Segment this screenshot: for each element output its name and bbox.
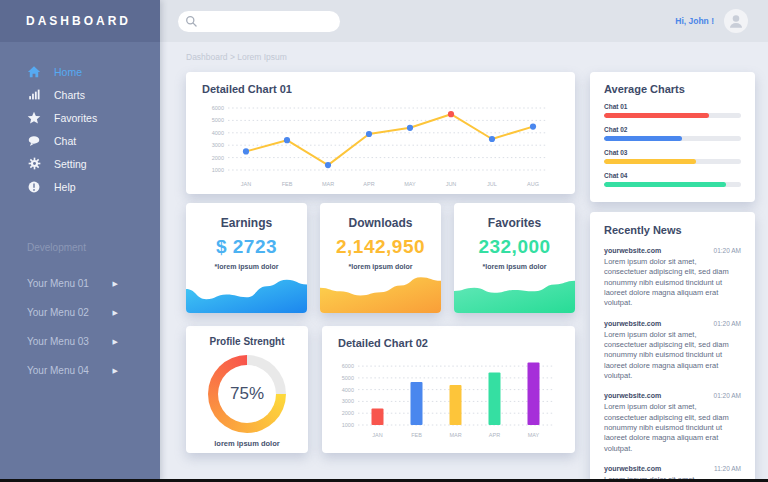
- average-charts-card: Average Charts Chat 01 Chat 02 Chat 03 C…: [590, 72, 755, 202]
- sidebar-item-label: Charts: [54, 89, 85, 101]
- topbar: Hi, John !: [160, 0, 768, 42]
- news-text: Lorem ipsum dolor sit amet, consectetuer…: [604, 402, 741, 454]
- panel-title: Recently News: [604, 224, 741, 236]
- sidebar-item-help[interactable]: Help: [0, 175, 160, 198]
- sidebar-item-label: Your Menu 02: [27, 307, 89, 318]
- stat-title: Downloads: [320, 216, 441, 230]
- sidebar-item-home[interactable]: Home: [0, 60, 160, 83]
- average-chart-row: Chat 01: [604, 103, 741, 118]
- chat-bubble-icon: [27, 134, 41, 148]
- stats-row: Earnings $ 2723 *lorem ipsum dolor Downl…: [186, 203, 575, 313]
- arrow-right-icon: ▶: [113, 367, 118, 374]
- svg-text:3000: 3000: [212, 142, 224, 148]
- search-input[interactable]: [178, 11, 340, 32]
- svg-text:FEB: FEB: [282, 181, 293, 187]
- svg-text:5000: 5000: [212, 117, 224, 123]
- average-chart-label: Chat 02: [604, 126, 741, 133]
- svg-text:1000: 1000: [212, 167, 224, 173]
- search-icon: [185, 15, 198, 28]
- arrow-right-icon: ▶: [113, 280, 118, 287]
- panel-title: Average Charts: [604, 83, 741, 95]
- recently-news-card: Recently News yourwebsite.com 01:20 AM L…: [590, 212, 755, 482]
- gear-icon: [27, 157, 41, 171]
- average-chart-label: Chat 04: [604, 172, 741, 179]
- sidebar: DASHBOARD Home Charts Favorites: [0, 0, 160, 482]
- home-icon: [27, 65, 41, 79]
- stat-title: Earnings: [186, 216, 307, 230]
- bar-chart: 600050004000300020001000JANFEBMARAPRMAY: [338, 351, 559, 443]
- panel-title: Detailed Chart 01: [202, 83, 559, 95]
- sidebar-item-favorites[interactable]: Favorites: [0, 106, 160, 129]
- svg-text:1000: 1000: [342, 422, 354, 428]
- favorites-wave-chart: [454, 267, 575, 313]
- detailed-chart-01-card: Detailed Chart 01 6000500040003000200010…: [186, 72, 575, 194]
- news-text: Lorem ipsum dolor sit amet, consectetuer…: [604, 330, 741, 382]
- svg-text:2000: 2000: [342, 410, 354, 416]
- progress-bar-fill: [604, 182, 726, 187]
- sidebar-item-your-menu-01[interactable]: Your Menu 01 ▶: [0, 269, 160, 298]
- detailed-chart-02-card: Detailed Chart 02 6000500040003000200010…: [322, 326, 575, 453]
- svg-text:JAN: JAN: [241, 181, 251, 187]
- sidebar-item-chat[interactable]: Chat: [0, 129, 160, 152]
- average-chart-row: Chat 03: [604, 149, 741, 164]
- news-source-link[interactable]: yourwebsite.com: [604, 392, 661, 399]
- favorites-card: Favorites 232,000 *lorem ipsum dolor: [454, 203, 575, 313]
- sidebar-item-label: Favorites: [54, 112, 97, 124]
- svg-text:JUL: JUL: [487, 181, 497, 187]
- user-area: Hi, John !: [675, 9, 748, 33]
- stat-value: $ 2723: [186, 236, 307, 258]
- progress-bar-track: [604, 182, 741, 187]
- average-charts-list: Chat 01 Chat 02 Chat 03 Chat 04: [604, 103, 741, 187]
- svg-text:MAY: MAY: [528, 432, 540, 438]
- sidebar-item-label: Your Menu 03: [27, 336, 89, 347]
- breadcrumb: Dashboard > Lorem Ipsum: [186, 52, 755, 64]
- svg-text:6000: 6000: [342, 363, 354, 369]
- sidebar-item-label: Home: [54, 66, 82, 78]
- panel-title: Detailed Chart 02: [338, 337, 559, 349]
- user-greeting: Hi, John !: [675, 16, 714, 26]
- sidebar-item-label: Your Menu 04: [27, 365, 89, 376]
- arrow-right-icon: ▶: [113, 309, 118, 316]
- earnings-wave-chart: [186, 267, 307, 313]
- progress-bar-track: [604, 159, 741, 164]
- news-time: 01:20 AM: [714, 247, 741, 254]
- donut-chart: 75%: [208, 355, 286, 433]
- earnings-card: Earnings $ 2723 *lorem ipsum dolor: [186, 203, 307, 313]
- svg-text:6000: 6000: [212, 105, 224, 111]
- sidebar-item-setting[interactable]: Setting: [0, 152, 160, 175]
- sidebar-item-charts[interactable]: Charts: [0, 83, 160, 106]
- donut-percent-label: 75%: [230, 384, 264, 404]
- progress-bar-fill: [604, 113, 709, 118]
- user-icon: [727, 12, 745, 30]
- sidebar-item-label: Help: [54, 181, 76, 193]
- news-item: yourwebsite.com 01:20 AM Lorem ipsum dol…: [604, 320, 741, 382]
- news-source-link[interactable]: yourwebsite.com: [604, 320, 661, 327]
- progress-bar-fill: [604, 136, 682, 141]
- average-chart-row: Chat 04: [604, 172, 741, 187]
- line-chart: 600050004000300020001000JANFEBMARAPRMAYJ…: [202, 97, 555, 189]
- stat-value: 2,142,950: [320, 236, 441, 258]
- arrow-right-icon: ▶: [113, 338, 118, 345]
- sidebar-item-your-menu-03[interactable]: Your Menu 03 ▶: [0, 327, 160, 356]
- svg-text:MAY: MAY: [404, 181, 416, 187]
- svg-text:MAR: MAR: [322, 181, 334, 187]
- svg-text:APR: APR: [489, 432, 500, 438]
- news-source-link[interactable]: yourwebsite.com: [604, 465, 661, 472]
- content: Dashboard > Lorem Ipsum Detailed Chart 0…: [160, 42, 768, 482]
- svg-text:JUN: JUN: [446, 181, 457, 187]
- average-chart-row: Chat 02: [604, 126, 741, 141]
- svg-text:MAR: MAR: [449, 432, 461, 438]
- profile-strength-card: Profile Strenght 75% lorem ipsum dolor: [186, 326, 308, 453]
- svg-text:3000: 3000: [342, 398, 354, 404]
- sidebar-item-your-menu-02[interactable]: Your Menu 02 ▶: [0, 298, 160, 327]
- progress-bar-track: [604, 113, 741, 118]
- help-icon: [27, 180, 41, 194]
- sidebar-item-your-menu-04[interactable]: Your Menu 04 ▶: [0, 356, 160, 385]
- news-source-link[interactable]: yourwebsite.com: [604, 247, 661, 254]
- news-time: 01:20 AM: [714, 392, 741, 399]
- news-item: yourwebsite.com 01:20 AM Lorem ipsum dol…: [604, 247, 741, 309]
- star-icon: [27, 111, 41, 125]
- bar-chart-icon: [27, 88, 41, 102]
- svg-text:AUG: AUG: [527, 181, 539, 187]
- avatar[interactable]: [724, 9, 748, 33]
